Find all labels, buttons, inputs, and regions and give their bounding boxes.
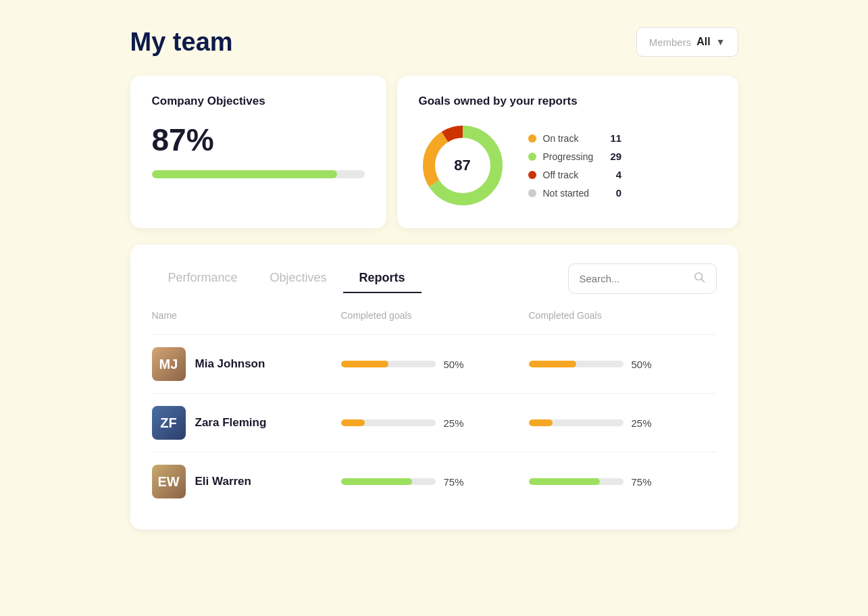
company-objectives-percent: 87% — [152, 122, 365, 158]
on-track-label: On track — [543, 133, 604, 144]
table-row: MJ Mia Johnson 50% 50% — [152, 334, 717, 393]
off-track-dot — [528, 171, 536, 179]
user-cell: ZF Zara Fleming — [152, 406, 341, 440]
not-started-dot — [528, 189, 536, 197]
col-header-completed-goals-2: Completed Goals — [529, 310, 717, 321]
donut-center-value: 87 — [454, 157, 470, 174]
legend-item-on-track: On track 11 — [528, 132, 622, 144]
goals-legend: On track 11 Progressing 29 Off track 4 — [528, 132, 622, 199]
mini-progress-bg-1 — [341, 361, 436, 367]
mini-progress-bg-2 — [529, 361, 623, 367]
legend-item-off-track: Off track 4 — [528, 169, 622, 180]
company-objectives-progress-fill — [152, 170, 337, 178]
page-header: My team Members All ▼ — [130, 27, 738, 57]
progress-cell-1: 25% — [341, 417, 529, 429]
chevron-down-icon: ▼ — [716, 36, 725, 47]
on-track-value: 11 — [611, 132, 622, 144]
goals-owned-title: Goals owned by your reports — [419, 95, 717, 108]
page-wrapper: My team Members All ▼ Company Objectives… — [130, 27, 738, 530]
goals-content: 87 On track 11 Progressing 29 — [419, 122, 717, 209]
progress-cell-2: 25% — [529, 417, 717, 429]
members-dropdown[interactable]: Members All ▼ — [636, 27, 738, 57]
svg-line-5 — [701, 279, 704, 282]
avatar: ZF — [152, 406, 186, 440]
table-row: EW Eli Warren 75% 75% — [152, 452, 717, 511]
col-header-completed-goals-1: Completed goals — [341, 310, 529, 321]
mini-progress-bg-2 — [529, 478, 623, 485]
members-label: Members — [649, 36, 692, 48]
on-track-dot — [528, 134, 536, 143]
table-row: ZF Zara Fleming 25% 25% — [152, 393, 717, 452]
tab-performance[interactable]: Performance — [152, 264, 254, 293]
tab-objectives[interactable]: Objectives — [254, 264, 343, 293]
off-track-label: Off track — [543, 170, 609, 180]
progressing-dot — [528, 153, 536, 161]
user-name: Eli Warren — [195, 475, 251, 488]
mini-progress-fill-2 — [529, 361, 576, 367]
user-name: Mia Johnson — [195, 357, 265, 371]
col-header-name: Name — [152, 310, 341, 321]
search-box[interactable] — [568, 263, 717, 294]
legend-item-not-started: Not started 0 — [528, 187, 622, 199]
goals-owned-card: Goals owned by your reports 87 — [397, 76, 738, 228]
mini-progress-fill-2 — [529, 478, 600, 485]
avatar: MJ — [152, 347, 186, 381]
progress-cell-1: 75% — [341, 476, 529, 488]
mini-progress-bg-2 — [529, 419, 623, 426]
tab-reports[interactable]: Reports — [343, 264, 422, 293]
search-input[interactable] — [580, 273, 688, 284]
search-icon — [693, 271, 705, 286]
user-cell: MJ Mia Johnson — [152, 347, 341, 381]
user-cell: EW Eli Warren — [152, 465, 341, 498]
progressing-label: Progressing — [543, 151, 604, 162]
pct-text-2: 50% — [632, 359, 657, 370]
not-started-value: 0 — [616, 187, 621, 199]
mini-progress-fill-1 — [341, 419, 365, 426]
company-objectives-title: Company Objectives — [152, 95, 365, 108]
progressing-value: 29 — [611, 151, 622, 162]
mini-progress-fill-2 — [529, 419, 553, 426]
donut-chart: 87 — [419, 122, 507, 209]
mini-progress-bg-1 — [341, 419, 436, 426]
company-objectives-progress-bar — [152, 170, 365, 178]
members-value: All — [696, 36, 710, 48]
not-started-label: Not started — [543, 188, 609, 199]
pct-text-2: 25% — [632, 417, 657, 429]
page-title: My team — [130, 28, 233, 57]
pct-text-1: 50% — [444, 359, 469, 370]
pct-text-2: 75% — [632, 476, 657, 488]
user-name: Zara Fleming — [195, 416, 267, 430]
table-header: Name Completed goals Completed Goals — [152, 310, 717, 329]
off-track-value: 4 — [616, 169, 621, 180]
mini-progress-fill-1 — [341, 361, 388, 367]
progress-cell-2: 75% — [529, 476, 717, 488]
legend-item-progressing: Progressing 29 — [528, 151, 622, 162]
tabs-row: Performance Objectives Reports — [152, 263, 717, 294]
pct-text-1: 25% — [444, 417, 469, 429]
mini-progress-bg-1 — [341, 478, 436, 485]
bottom-card: Performance Objectives Reports Name Comp… — [130, 245, 738, 530]
mini-progress-fill-1 — [341, 478, 412, 485]
cards-row: Company Objectives 87% Goals owned by yo… — [130, 76, 738, 228]
progress-cell-1: 50% — [341, 359, 529, 370]
avatar: EW — [152, 465, 186, 498]
progress-cell-2: 50% — [529, 359, 717, 370]
table-body: MJ Mia Johnson 50% 50% ZF Zara Fleming — [152, 334, 717, 511]
company-objectives-card: Company Objectives 87% — [130, 76, 386, 228]
pct-text-1: 75% — [444, 476, 469, 488]
